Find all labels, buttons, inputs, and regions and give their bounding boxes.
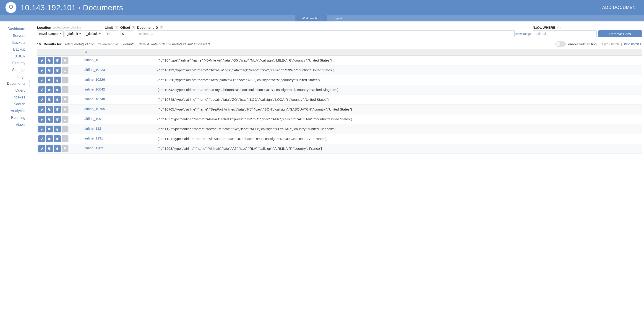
- sidebar-item-logs[interactable]: Logs: [0, 73, 30, 80]
- tab-workbench[interactable]: Workbench ⌄: [296, 15, 327, 21]
- doc-id-link[interactable]: airline_112: [82, 124, 156, 133]
- save-button: [62, 67, 68, 74]
- doc-id-link[interactable]: airline_1203: [82, 144, 156, 152]
- doc-id-link[interactable]: airline_10226: [82, 75, 156, 84]
- doc-id-link[interactable]: airline_10: [82, 56, 156, 64]
- delete-button[interactable]: [54, 67, 61, 74]
- prev-batch-link: < prev batch: [601, 42, 619, 46]
- scope-select[interactable]: _default: [64, 30, 83, 37]
- delete-button[interactable]: [54, 116, 61, 123]
- doc-id-link[interactable]: airline_1191: [82, 134, 156, 142]
- edit-button[interactable]: [38, 77, 45, 83]
- sidebar-item-query[interactable]: Query: [0, 87, 30, 94]
- chevron-right-icon: ›: [78, 4, 80, 11]
- table-row: airline_10{"id":10,"type":"airline","nam…: [37, 56, 642, 65]
- doc-json: {"id":10,"type":"airline","name":"40-Mil…: [156, 56, 642, 65]
- breadcrumb: 10.143.192.101 › Documents: [20, 3, 123, 12]
- edit-button[interactable]: [38, 135, 45, 142]
- edit-button[interactable]: [38, 126, 45, 132]
- copy-button[interactable]: [46, 145, 53, 152]
- sidebar-item-servers[interactable]: Servers: [0, 32, 30, 39]
- copy-button[interactable]: [46, 106, 53, 113]
- delete-button[interactable]: [54, 77, 61, 83]
- sidebar-item-documents[interactable]: Documents: [0, 80, 30, 87]
- doc-id-link[interactable]: airline_10642: [82, 85, 156, 93]
- row-actions: [37, 134, 82, 144]
- col-actions: [37, 49, 82, 55]
- filter-bar: Location bucket.scope.collection travel-…: [37, 25, 642, 37]
- delete-button[interactable]: [54, 57, 61, 64]
- edit-button[interactable]: [38, 86, 45, 93]
- tab-import-label: Import: [334, 17, 342, 20]
- breadcrumb-host[interactable]: 10.143.192.101: [20, 3, 76, 12]
- copy-button[interactable]: [46, 135, 53, 142]
- next-batch-link[interactable]: next batch >: [624, 42, 642, 46]
- save-button: [62, 77, 68, 83]
- save-button: [62, 135, 68, 142]
- edit-button[interactable]: [38, 116, 45, 123]
- save-button: [62, 96, 68, 103]
- doc-id-link[interactable]: airline_109: [82, 114, 156, 123]
- show-range-link[interactable]: show range: [516, 32, 531, 35]
- field-editing-label: enable field editing: [568, 42, 596, 46]
- retrieve-button[interactable]: Retrieve Docs: [598, 30, 642, 37]
- doc-id-link[interactable]: airline_10748: [82, 95, 156, 103]
- edit-button[interactable]: [38, 106, 45, 113]
- sidebar-item-indexes[interactable]: Indexes: [0, 94, 30, 101]
- tab-import[interactable]: Import: [327, 15, 348, 21]
- doc-json: {"id":10748,"type":"airline","name":"Loc…: [156, 95, 642, 104]
- top-bar: 10.143.192.101 › Documents ADD DOCUMENT: [0, 0, 644, 15]
- info-icon: i: [132, 26, 135, 29]
- copy-button[interactable]: [46, 77, 53, 83]
- edit-button[interactable]: [38, 96, 45, 103]
- delete-button[interactable]: [54, 145, 61, 152]
- add-document-button[interactable]: ADD DOCUMENT: [602, 5, 638, 10]
- copy-button[interactable]: [46, 96, 53, 103]
- sidebar: DashboardServersBucketsBackupXDCRSecurit…: [0, 21, 30, 160]
- sidebar-item-search[interactable]: Search: [0, 101, 30, 108]
- copy-button[interactable]: [46, 116, 53, 123]
- limit-input[interactable]: [105, 30, 118, 37]
- edit-button[interactable]: [38, 145, 45, 152]
- doc-id-link[interactable]: airline_10765: [82, 105, 156, 113]
- delete-button[interactable]: [54, 126, 61, 132]
- copy-button[interactable]: [46, 67, 53, 74]
- docid-input[interactable]: [137, 30, 514, 37]
- sidebar-item-security[interactable]: Security: [0, 60, 30, 66]
- delete-button[interactable]: [54, 135, 61, 142]
- delete-button[interactable]: [54, 96, 61, 103]
- delete-button[interactable]: [54, 86, 61, 93]
- table-row: airline_10642{"id":10642,"type":"airline…: [37, 85, 642, 95]
- field-editing-toggle[interactable]: [555, 41, 566, 47]
- sidebar-item-buckets[interactable]: Buckets: [0, 39, 30, 46]
- edit-button[interactable]: [38, 67, 45, 74]
- doc-id-link[interactable]: airline_10123: [82, 65, 156, 74]
- edit-button[interactable]: [38, 57, 45, 64]
- sidebar-item-backup[interactable]: Backup: [0, 46, 30, 53]
- sidebar-item-eventing[interactable]: Eventing: [0, 114, 30, 121]
- collection-select[interactable]: _default: [84, 30, 103, 37]
- save-button: [62, 106, 68, 113]
- copy-button[interactable]: [46, 126, 53, 132]
- table-row: airline_109{"id":109,"type":"airline","n…: [37, 114, 642, 124]
- result-text: 10 Results for select meta().id from `tr…: [37, 42, 210, 46]
- save-button: [62, 86, 68, 93]
- sidebar-item-dashboard[interactable]: Dashboard: [0, 25, 30, 32]
- where-input[interactable]: [533, 30, 596, 37]
- delete-button[interactable]: [54, 106, 61, 113]
- sidebar-item-analytics[interactable]: Analytics: [0, 108, 30, 114]
- table-row: airline_10123{"id":10123,"type":"airline…: [37, 65, 642, 75]
- table-row: airline_112{"id":112,"type":"airline","n…: [37, 124, 642, 134]
- bucket-select[interactable]: travel-sample: [37, 30, 64, 37]
- sidebar-item-views[interactable]: Views: [0, 121, 30, 128]
- doc-json: {"id":10123,"type":"airline","name":"Tex…: [156, 65, 642, 75]
- offset-input[interactable]: [120, 30, 134, 37]
- sidebar-item-settings[interactable]: Settings: [0, 66, 30, 73]
- copy-button[interactable]: [46, 86, 53, 93]
- sidebar-item-xdcr[interactable]: XDCR: [0, 53, 30, 60]
- copy-button[interactable]: [46, 57, 53, 64]
- result-count: 10: [37, 42, 41, 46]
- row-actions: [37, 105, 82, 114]
- main-content: Location bucket.scope.collection travel-…: [30, 21, 644, 160]
- doc-json: {"id":10226,"type":"airline","name":"Ati…: [156, 75, 642, 84]
